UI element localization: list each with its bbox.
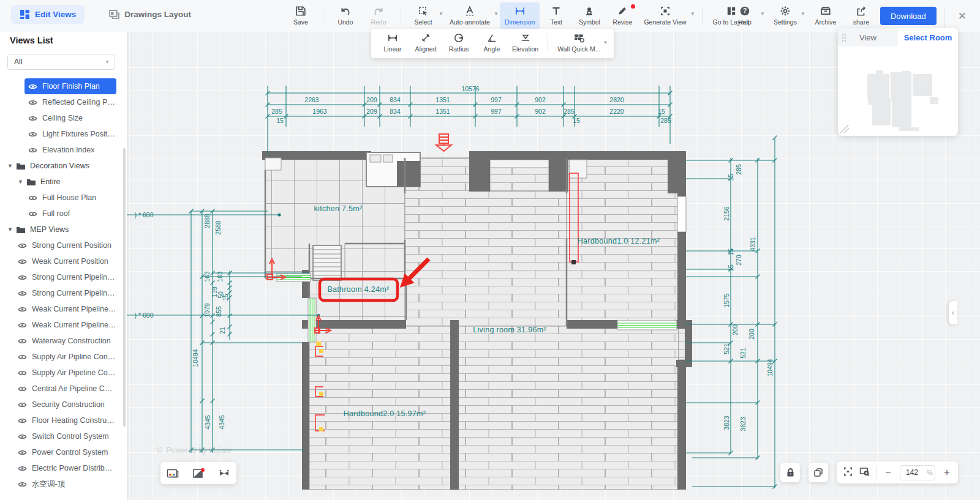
sidebar-view-item[interactable]: Central Air Pipeline Constr... [14, 381, 116, 397]
sidebar-view-item[interactable]: Floor Heating Construction [14, 412, 116, 428]
view-eye-icon [18, 401, 27, 408]
svg-text:?: ? [743, 7, 747, 14]
section-cut-icon[interactable] [218, 468, 230, 479]
sidebar-view-item[interactable]: Light Fixtures Position [24, 126, 116, 142]
chevron-down-icon[interactable]: ▼ [801, 11, 805, 17]
view-eye-icon [18, 370, 27, 376]
select-tool-button[interactable]: Select [407, 2, 440, 29]
sidebar-view-item[interactable]: Electric Power Distribution [14, 460, 116, 476]
chevron-down-icon[interactable]: ▼ [494, 11, 499, 17]
canvas[interactable] [0, 0, 980, 500]
divider [401, 6, 401, 26]
close-icon[interactable]: ✕ [953, 9, 971, 24]
download-button[interactable]: Download [880, 7, 937, 25]
redo-button[interactable]: Redo [362, 2, 395, 29]
tab-drawings-layout[interactable]: Drawings Layout [100, 5, 200, 24]
text-tool-button[interactable]: Text [540, 2, 573, 29]
divider [323, 6, 323, 26]
sidebar-view-item[interactable]: Full roof [24, 206, 116, 222]
view-eye-icon [18, 258, 27, 265]
duplicate-view-button[interactable] [809, 463, 828, 482]
sidebar-view-item[interactable]: Switch Control System [14, 428, 116, 444]
zoom-level-input[interactable] [905, 468, 923, 477]
minimap[interactable] [838, 47, 958, 136]
top-toolbar: Edit Views Drawings Layout Save Undo [0, 0, 980, 32]
archive-button[interactable]: Archive [809, 2, 842, 29]
chevron-down-icon[interactable]: ▼ [690, 11, 695, 17]
resize-handle[interactable] [840, 125, 849, 133]
view-eye-icon [28, 131, 37, 138]
gear-icon [780, 6, 791, 17]
sidebar-folder[interactable]: ▼MEP Views [4, 222, 116, 237]
sidebar-view-item[interactable]: Waterway Construction [14, 333, 116, 349]
tab-view[interactable]: View [838, 28, 898, 47]
expand-caret-icon[interactable]: ▼ [7, 163, 13, 169]
sidebar-view-item[interactable]: Security Construction [14, 397, 116, 412]
sidebar-view-item[interactable]: Power Control System [14, 444, 116, 460]
sidebar-item-label: Strong Current Position [32, 241, 111, 250]
aligned-icon [420, 32, 431, 43]
view-eye-icon [28, 83, 37, 90]
folder-icon [17, 226, 25, 233]
bottom-right-controls: − % + [780, 461, 958, 483]
dimension-tool-button[interactable]: Dimension [500, 2, 540, 29]
zoom-in-button[interactable]: + [942, 467, 952, 478]
corner-fill-icon[interactable] [192, 468, 205, 479]
save-button[interactable]: Save [284, 2, 317, 29]
help-button[interactable]: ? Help [728, 2, 761, 29]
revise-tool-button[interactable]: Revise [606, 2, 639, 29]
aligned-dimension-button[interactable]: Aligned [409, 30, 442, 55]
sidebar-item-label: MEP Views [30, 225, 69, 234]
radius-dimension-button[interactable]: Radius [442, 30, 475, 55]
sidebar-view-item[interactable]: Ceiling Size [24, 110, 116, 126]
expand-caret-icon[interactable]: ▼ [7, 226, 13, 233]
sidebar-view-item[interactable]: Elevation Index [24, 142, 116, 158]
views-filter-select[interactable]: All ▼ [7, 54, 115, 70]
panel-collapse-arrow[interactable]: ‹ [949, 301, 957, 324]
sidebar-view-item[interactable]: Reflected Ceiling Plan [24, 94, 116, 110]
zoom-region-icon[interactable] [859, 466, 869, 479]
sidebar-folder[interactable]: ▼Entire [14, 174, 116, 190]
angle-dimension-button[interactable]: Angle [475, 30, 508, 55]
share-button[interactable]: share [845, 2, 878, 29]
sidebar-view-item[interactable]: Weak Current Pipeline co... [14, 301, 116, 317]
auto-annotate-button[interactable]: Auto-annotate [445, 2, 495, 29]
zoom-out-button[interactable]: − [883, 467, 893, 478]
chevron-down-icon[interactable]: ▼ [603, 40, 608, 45]
chevron-down-icon[interactable]: ▼ [760, 11, 765, 17]
legend-card-icon[interactable] [167, 468, 179, 479]
drag-handle-icon[interactable] [842, 33, 846, 42]
sidebar-view-item[interactable]: Supply Air Pipline Constru... [14, 349, 116, 365]
elevation-dimension-button[interactable]: Elevation [508, 30, 542, 55]
tab-select-room[interactable]: Select Room [898, 28, 958, 47]
sidebar-item-label: Supply Air Pipline Constru... [32, 353, 116, 361]
tab-edit-views[interactable]: Edit Views [11, 5, 85, 24]
wall-quick-measure-button[interactable]: Wall Quick M... [554, 30, 604, 55]
sidebar-scrollbar[interactable] [123, 148, 126, 427]
settings-button[interactable]: Settings [769, 2, 802, 29]
sidebar-view-item[interactable]: Weak Current Position [14, 253, 116, 269]
sidebar-view-item[interactable]: Supply Air Pipeline Constr... [14, 365, 116, 381]
lock-button[interactable] [780, 463, 800, 482]
sidebar-view-item[interactable]: Strong Current Pipeline C... [14, 269, 116, 285]
share-icon [856, 6, 867, 17]
linear-dimension-button[interactable]: Linear [376, 30, 409, 55]
sidebar-view-item[interactable]: Strong Current Position [14, 237, 116, 253]
sidebar-view-item[interactable]: Weak Current Pipeline Co... [14, 317, 116, 333]
view-eye-icon [18, 465, 27, 472]
generate-view-button[interactable]: Generate View [639, 2, 691, 29]
sidebar-folder[interactable]: ▼Decoration Views [4, 158, 116, 174]
chevron-down-icon[interactable]: ▼ [439, 11, 443, 17]
sidebar-item-label: Light Fixtures Position [42, 130, 116, 138]
symbol-tool-button[interactable]: Symbol [573, 2, 606, 29]
fit-view-icon[interactable] [843, 466, 853, 479]
expand-caret-icon[interactable]: ▼ [18, 179, 23, 185]
sidebar-view-item[interactable]: Floor Finish Plan [24, 78, 116, 94]
view-eye-icon [18, 290, 27, 297]
sidebar-view-item[interactable]: 水空调-顶 [14, 476, 116, 492]
undo-button[interactable]: Undo [329, 2, 362, 29]
sidebar-view-item[interactable]: Full House Plan [24, 190, 116, 206]
wall-bricks-icon [573, 32, 584, 43]
copy-icon [813, 468, 823, 477]
sidebar-view-item[interactable]: Strong Current Pipeline C... [14, 285, 116, 301]
